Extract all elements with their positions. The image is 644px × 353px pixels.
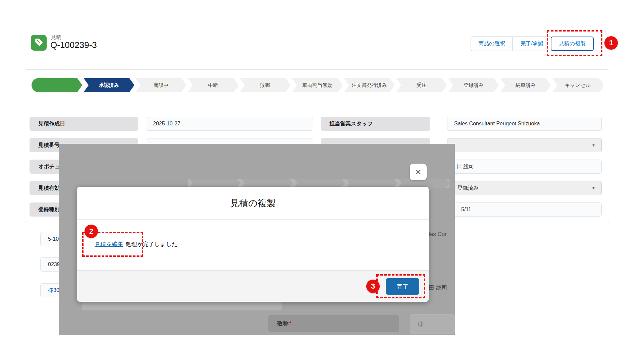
ghost-sales-path xyxy=(188,179,449,188)
field-value-quote-date[interactable]: 2025-10-27 xyxy=(146,117,313,131)
field-value-contact-name[interactable]: 田 総司 xyxy=(447,160,602,174)
path-stage-complete[interactable] xyxy=(32,78,82,92)
ghost-honorific-label: 敬称* xyxy=(268,315,399,332)
page-title: Q-100239-3 xyxy=(50,40,97,50)
ghost-text-contact-name: 田 総司 xyxy=(429,284,447,292)
ghost-text-sales-consultant: les Cor xyxy=(429,231,447,238)
path-stage-approved[interactable]: 承認済み xyxy=(84,78,134,92)
field-value-date-fragment[interactable]: 5/11 xyxy=(447,202,602,217)
select-products-button[interactable]: 商品の選択 xyxy=(471,37,513,51)
ghost-chevron xyxy=(294,179,345,188)
tag-icon xyxy=(35,38,43,48)
annotation-badge-1: 1 xyxy=(604,36,618,50)
field-label-sales-staff: 担当営業スタッフ xyxy=(321,117,430,131)
ghost-chevron xyxy=(241,179,292,188)
ghost-chevron xyxy=(346,179,397,188)
path-stage-suspended[interactable]: 中断 xyxy=(188,78,238,92)
path-stage-vehicle-invalid[interactable]: 車両割当無効 xyxy=(292,78,342,92)
ghost-honorific-value: 様 xyxy=(410,314,455,334)
path-stage-registered[interactable]: 登録済み xyxy=(448,78,499,92)
ghost-input-field xyxy=(82,302,282,310)
annotation-box-1 xyxy=(547,30,602,56)
path-stage-lost[interactable]: 敗戦 xyxy=(240,78,290,92)
close-icon[interactable]: × xyxy=(410,164,427,180)
sales-path: 承認済み 商談中 中断 敗戦 車両割当無効 注文書発行済み 受注 登録済み 納車… xyxy=(32,78,603,92)
chevron-down-icon: ▼ xyxy=(592,186,595,190)
path-stage-delivered[interactable]: 納車済み xyxy=(500,78,551,92)
path-stage-po-issued[interactable]: 注文書発行済み xyxy=(344,78,395,92)
path-stage-negotiating[interactable]: 商談中 xyxy=(136,78,186,92)
annotation-badge-2: 2 xyxy=(85,225,98,238)
path-stage-ordered[interactable]: 受注 xyxy=(396,78,447,92)
chevron-down-icon: ▼ xyxy=(592,143,595,147)
complete-approve-button[interactable]: 完了/承認 xyxy=(513,37,551,51)
path-stage-cancelled[interactable]: キャンセル xyxy=(552,78,603,92)
required-mark: * xyxy=(289,320,291,327)
field-value-picklist-row2[interactable]: ▼ xyxy=(447,138,602,152)
quote-record-icon xyxy=(31,35,47,51)
field-label-quote-date: 見積作成日 xyxy=(30,117,138,131)
annotation-badge-3: 3 xyxy=(366,280,380,293)
annotation-box-3 xyxy=(376,274,425,298)
field-value-sales-staff[interactable]: Sales Consultant Peugeot Shizuoka xyxy=(447,117,602,131)
dialog-title: 見積の複製 xyxy=(77,187,429,220)
field-value-registered-picklist[interactable]: 登録済み ▼ xyxy=(447,181,602,195)
ghost-chevron xyxy=(189,179,240,188)
